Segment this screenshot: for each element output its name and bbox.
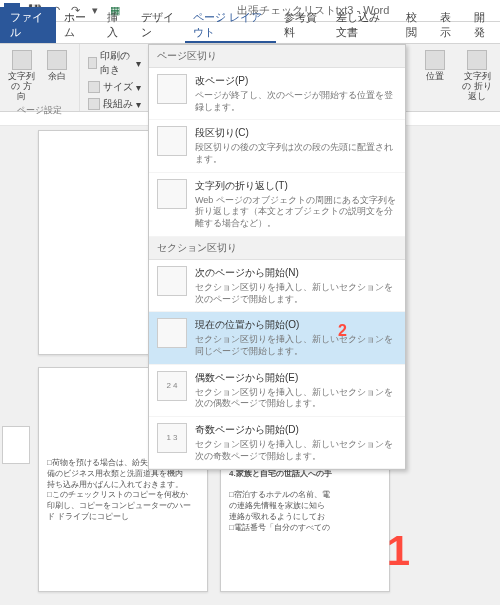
page4-body: □宿泊するホテルの名前、電 の連絡先情報を家族に知ら 連絡が取れるようにしてお … [229,490,381,533]
tab-developer[interactable]: 開発 [466,7,500,43]
position-button[interactable]: 位置 [416,48,454,104]
tab-mailings[interactable]: 差し込み文書 [328,7,398,43]
columns-button[interactable]: 段組み ▾ [86,96,143,112]
next-page-icon [157,266,187,296]
margins-button[interactable]: 余白 [42,48,74,84]
tab-insert[interactable]: 挿入 [99,7,133,43]
tab-references[interactable]: 参考資料 [276,7,328,43]
break-next-page[interactable]: 次のページから開始(N)セクション区切りを挿入し、新しいセクションを次のページで… [149,260,405,312]
odd-page-icon: 1 3 [157,423,187,453]
break-column[interactable]: 段区切り(C)段区切りの後の文字列は次の段の先頭に配置されます。 [149,120,405,172]
size-button[interactable]: サイズ ▾ [86,79,143,95]
break-text-wrapping[interactable]: 文字列の折り返し(T)Web ページのオブジェクトの周囲にある文字列を折り返しま… [149,173,405,237]
tab-file[interactable]: ファイル [0,7,56,43]
page-thumbnail[interactable] [2,426,30,464]
break-page[interactable]: 改ページ(P)ページが終了し、次のページが開始する位置を登録します。 [149,68,405,120]
even-page-icon: 2 4 [157,371,187,401]
break-continuous[interactable]: 現在の位置から開始(O)セクション区切りを挿入し、新しいセクションを同じページで… [149,312,405,364]
ribbon: 文字列の 方向 余白 ページ設定 印刷の向き ▾ サイズ ▾ 段組み ▾ 区切り… [0,44,500,112]
tab-view[interactable]: 表示 [432,7,466,43]
tab-design[interactable]: デザイン [133,7,185,43]
annotation-2: 2 [338,322,347,340]
break-odd-page[interactable]: 1 3奇数ページから開始(D)セクション区切りを挿入し、新しいセクションを次の奇… [149,417,405,469]
continuous-icon [157,318,187,348]
ribbon-tabs: ファイル ホーム 挿入 デザイン ページ レイアウト 参考資料 差し込み文書 校… [0,22,500,44]
dropdown-section-page-breaks: ページ区切り [149,45,405,68]
tab-home[interactable]: ホーム [56,7,99,43]
dropdown-section-section-breaks: セクション区切り [149,237,405,260]
tab-review[interactable]: 校閲 [398,7,432,43]
text-direction-button[interactable]: 文字列の 方向 [6,48,38,104]
annotation-1: 1 [387,527,410,575]
page-break-icon [157,74,187,104]
tab-page-layout[interactable]: ページ レイアウト [185,7,276,43]
text-wrap-button[interactable]: 文字列の 折り返し [458,48,496,104]
text-wrap-break-icon [157,179,187,209]
page-setup-label: ページ設定 [6,104,73,117]
column-break-icon [157,126,187,156]
orientation-button[interactable]: 印刷の向き ▾ [86,48,143,78]
break-even-page[interactable]: 2 4偶数ページから開始(E)セクション区切りを挿入し、新しいセクションを次の偶… [149,365,405,417]
breaks-dropdown: ページ区切り 改ページ(P)ページが終了し、次のページが開始する位置を登録します… [148,44,406,470]
